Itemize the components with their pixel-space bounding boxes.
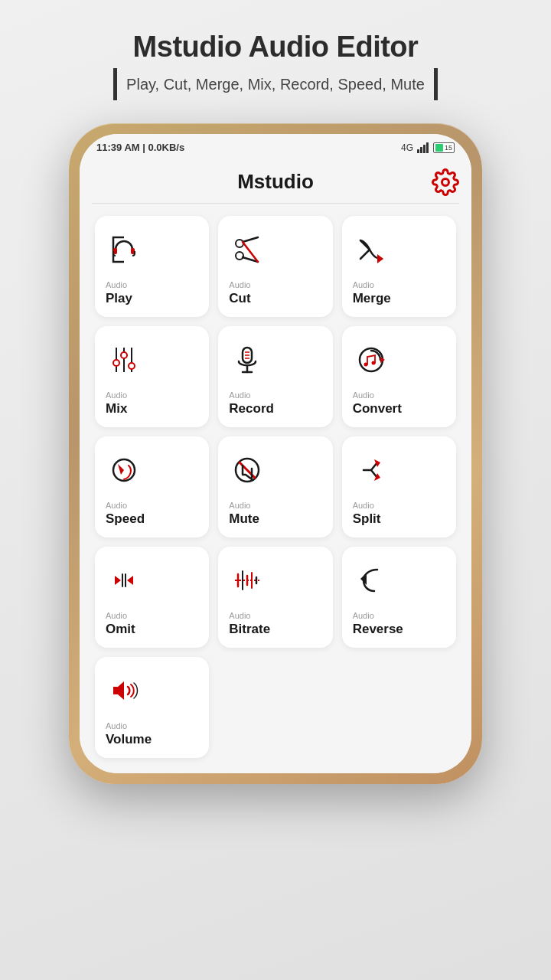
omit-icon — [106, 562, 142, 599]
split-icon — [353, 452, 390, 488]
speed-label-main: Speed — [106, 511, 145, 527]
card-merge[interactable]: Audio Merge — [342, 216, 456, 317]
reverse-label-main: Reverse — [353, 622, 403, 637]
page-subtitle: Play, Cut, Merge, Mix, Record, Speed, Mu… — [126, 76, 425, 93]
card-bitrate[interactable]: Audio Bitrate — [218, 547, 332, 648]
split-label-main: Split — [353, 511, 381, 527]
volume-icon — [106, 672, 142, 709]
card-reverse[interactable]: Audio Reverse — [342, 547, 456, 648]
divider-left — [113, 68, 117, 100]
mute-label-small: Audio — [229, 501, 250, 510]
record-icon — [229, 341, 266, 378]
omit-label-main: Omit — [106, 622, 135, 637]
svg-line-9 — [243, 237, 258, 242]
merge-label-small: Audio — [353, 280, 374, 289]
card-cut[interactable]: Audio Cut — [218, 216, 332, 317]
card-speed[interactable]: Audio Speed — [95, 436, 209, 537]
page-title: Mstudio Audio Editor — [113, 31, 438, 64]
card-convert[interactable]: Audio Convert — [342, 326, 456, 427]
record-label-main: Record — [229, 401, 274, 416]
card-split[interactable]: Audio Split — [342, 436, 456, 537]
svg-marker-12 — [377, 254, 383, 263]
bitrate-label-main: Bitrate — [229, 622, 270, 637]
merge-label-main: Merge — [353, 291, 391, 306]
card-record[interactable]: Audio Record — [218, 326, 332, 427]
signal-icon — [417, 142, 429, 153]
svg-rect-0 — [417, 149, 419, 153]
mix-icon — [106, 341, 142, 378]
status-time: 11:39 AM | 0.0KB/s — [96, 142, 184, 153]
svg-point-17 — [121, 352, 127, 358]
reverse-icon — [353, 562, 390, 599]
volume-label-main: Volume — [106, 732, 152, 747]
card-volume[interactable]: Audio Volume — [95, 657, 209, 758]
app-content: Mstudio — [80, 158, 471, 773]
bitrate-label-small: Audio — [229, 611, 250, 620]
convert-label-main: Convert — [353, 401, 402, 416]
settings-button[interactable] — [432, 168, 459, 196]
omit-label-small: Audio — [106, 611, 127, 620]
status-bar: 11:39 AM | 0.0KB/s 4G 15 — [80, 134, 471, 158]
svg-point-16 — [113, 360, 119, 366]
play-label-main: Play — [106, 291, 132, 306]
mix-label-main: Mix — [106, 401, 127, 416]
bitrate-icon — [229, 562, 266, 599]
mute-icon — [229, 452, 266, 488]
battery-level: 15 — [445, 144, 452, 152]
phone-inner: 11:39 AM | 0.0KB/s 4G 15 — [80, 134, 471, 773]
svg-point-7 — [236, 240, 243, 247]
cut-label-small: Audio — [229, 280, 250, 289]
svg-rect-2 — [423, 145, 425, 153]
page-wrapper: Mstudio Audio Editor Play, Cut, Merge, M… — [0, 0, 551, 980]
divider-right — [434, 68, 438, 100]
reverse-label-small: Audio — [353, 611, 374, 620]
convert-label-small: Audio — [353, 390, 374, 400]
battery-icon: 15 — [433, 142, 455, 153]
svg-point-28 — [371, 361, 375, 365]
feature-grid: Audio Play — [92, 216, 459, 758]
speed-label-small: Audio — [106, 501, 127, 510]
svg-point-4 — [442, 178, 449, 185]
header-separator — [92, 203, 459, 204]
merge-icon — [353, 231, 390, 268]
status-icons: 4G 15 — [401, 142, 455, 153]
card-omit[interactable]: Audio Omit — [95, 547, 209, 648]
record-label-small: Audio — [229, 390, 250, 400]
speed-icon — [106, 452, 142, 488]
svg-point-27 — [364, 363, 367, 367]
svg-rect-1 — [420, 147, 422, 153]
svg-point-25 — [360, 348, 383, 371]
play-icon — [106, 231, 142, 268]
app-header-section: Mstudio Audio Editor Play, Cut, Merge, M… — [113, 31, 438, 100]
svg-marker-36 — [127, 576, 133, 585]
app-bar: Mstudio — [92, 158, 459, 203]
split-label-small: Audio — [353, 501, 374, 510]
app-title: Mstudio — [237, 170, 314, 194]
play-label-small: Audio — [106, 280, 127, 289]
signal-text: 4G — [401, 142, 413, 153]
svg-marker-35 — [115, 576, 121, 585]
phone-frame: 11:39 AM | 0.0KB/s 4G 15 — [69, 123, 482, 784]
svg-point-8 — [236, 252, 243, 260]
card-mute[interactable]: Audio Mute — [218, 436, 332, 537]
card-mix[interactable]: Audio Mix — [95, 326, 209, 427]
cut-icon — [229, 231, 266, 268]
svg-marker-30 — [118, 464, 124, 475]
mix-label-small: Audio — [106, 390, 127, 400]
cut-label-main: Cut — [229, 291, 250, 306]
card-play[interactable]: Audio Play — [95, 216, 209, 317]
convert-icon — [353, 341, 390, 378]
volume-label-small: Audio — [106, 721, 127, 730]
svg-rect-3 — [426, 142, 429, 153]
svg-point-18 — [129, 363, 135, 369]
mute-label-main: Mute — [229, 511, 259, 527]
